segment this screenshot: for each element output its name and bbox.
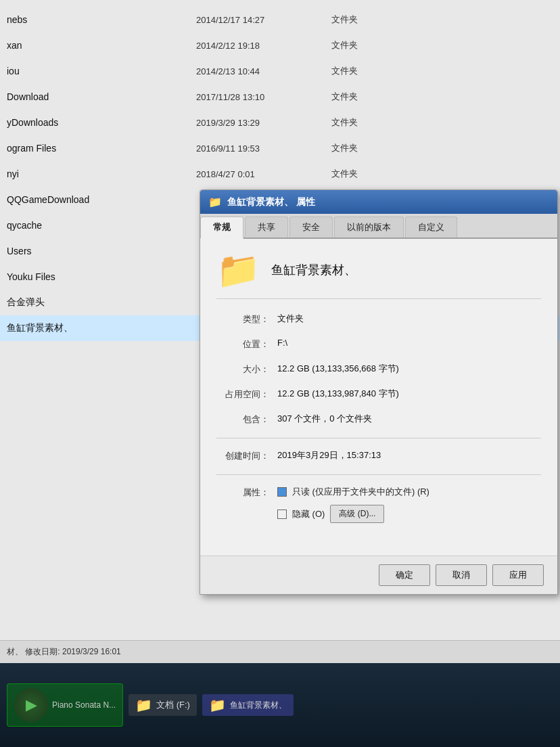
file-name: iou — [7, 66, 196, 76]
file-row[interactable]: Download 2017/11/28 13:10 文件夹 — [0, 84, 560, 110]
file-date: 2016/9/11 19:53 — [196, 143, 331, 154]
dialog-body: 📁 鱼缸背景素材、 类型： 文件夹 位置： F:\ 大小： 12.2 GB (1… — [200, 239, 557, 556]
fish-folder-icon: 📁 — [209, 697, 226, 713]
cancel-button[interactable]: 取消 — [436, 564, 487, 586]
hidden-label: 隐藏 (O) — [292, 508, 325, 520]
prop-attr-label: 属性： — [216, 486, 277, 499]
file-type: 文件夹 — [331, 116, 358, 129]
dialog-title: 鱼缸背景素材、 属性 — [227, 196, 315, 208]
file-name: QQGameDownload — [7, 194, 196, 205]
file-name: yDownloads — [7, 117, 196, 128]
prop-created-label: 创建时间： — [216, 449, 277, 462]
file-name: xan — [7, 40, 196, 51]
file-row[interactable]: yDownloads 2019/3/29 13:29 文件夹 — [0, 110, 560, 135]
properties-dialog: 📁 鱼缸背景素材、 属性 常规共享安全以前的版本自定义 📁 鱼缸背景素材、 类型… — [200, 189, 558, 595]
file-name: nebs — [7, 14, 196, 25]
file-date: 2014/2/12 19:18 — [196, 41, 331, 51]
media-label: Piano Sonata N... — [52, 700, 116, 710]
prop-location-row: 位置： F:\ — [216, 338, 541, 350]
prop-size-label: 大小： — [216, 363, 277, 376]
prop-created-value: 2019年3月29日，15:37:13 — [277, 449, 541, 461]
file-date: 2017/11/28 13:10 — [196, 92, 331, 102]
file-type: 文件夹 — [331, 168, 358, 180]
prop-contains-value: 307 个文件，0 个文件夹 — [277, 413, 541, 425]
dialog-titlebar: 📁 鱼缸背景素材、 属性 — [200, 190, 557, 214]
taskbar: ▶ Piano Sonata N... 📁 文档 (F:) 📁 鱼缸背景素材、 — [0, 663, 560, 747]
prop-attr-row: 属性： 只读 (仅应用于文件夹中的文件) (R) 隐藏 (O) 高级 (D)..… — [216, 486, 541, 530]
folder-label: 文档 (F:) — [156, 699, 190, 711]
apply-button[interactable]: 应用 — [492, 564, 544, 586]
folder-btn[interactable]: 📁 文档 (F:) — [129, 694, 197, 716]
dialog-tab-以前的版本[interactable]: 以前的版本 — [334, 217, 404, 237]
file-name: Users — [7, 246, 196, 256]
statusbar-text: 材、 修改日期: 2019/3/29 16:01 — [7, 646, 121, 658]
file-name: Youku Files — [7, 271, 196, 282]
dialog-title-icon: 📁 — [208, 196, 222, 208]
folder-title-text: 鱼缸背景素材、 — [271, 262, 356, 278]
separator2 — [216, 474, 541, 475]
attr-checkboxes: 只读 (仅应用于文件夹中的文件) (R) 隐藏 (O) 高级 (D)... — [277, 486, 429, 530]
file-date: 2019/3/29 13:29 — [196, 118, 331, 128]
file-row[interactable]: xan 2014/2/12 19:18 文件夹 — [0, 32, 560, 58]
dialog-tab-自定义[interactable]: 自定义 — [405, 217, 457, 237]
media-player-btn[interactable]: ▶ Piano Sonata N... — [7, 683, 123, 727]
file-type: 文件夹 — [331, 142, 358, 154]
ok-button[interactable]: 确定 — [379, 564, 430, 586]
readonly-checkbox[interactable] — [277, 487, 287, 497]
hidden-row: 隐藏 (O) 高级 (D)... — [277, 505, 429, 523]
file-row[interactable]: iou 2014/2/13 10:44 文件夹 — [0, 58, 560, 84]
dialog-footer: 确定 取消 应用 — [200, 556, 557, 594]
media-icon: ▶ — [14, 688, 48, 722]
file-row[interactable]: nyi 2018/4/27 0:01 文件夹 — [0, 161, 560, 187]
statusbar: 材、 修改日期: 2019/3/29 16:01 — [0, 640, 560, 663]
fish-label: 鱼缸背景素材、 — [230, 700, 287, 711]
dialog-tabs: 常规共享安全以前的版本自定义 — [200, 214, 557, 239]
dialog-folder-header: 📁 鱼缸背景素材、 — [216, 252, 541, 299]
prop-disksize-row: 占用空间： 12.2 GB (13,133,987,840 字节) — [216, 388, 541, 401]
file-row[interactable]: nebs 2014/12/17 14:27 文件夹 — [0, 7, 560, 32]
prop-created-row: 创建时间： 2019年3月29日，15:37:13 — [216, 449, 541, 462]
prop-location-value: F:\ — [277, 338, 541, 348]
dialog-tab-常规[interactable]: 常规 — [200, 217, 243, 239]
file-name: Download — [7, 91, 196, 102]
file-type: 文件夹 — [331, 91, 358, 103]
file-row[interactable]: ogram Files 2016/9/11 19:53 文件夹 — [0, 135, 560, 161]
prop-contains-row: 包含： 307 个文件，0 个文件夹 — [216, 413, 541, 426]
fish-folder-btn[interactable]: 📁 鱼缸背景素材、 — [202, 694, 294, 716]
file-name: nyi — [7, 168, 196, 179]
file-name: 鱼缸背景素材、 — [7, 322, 196, 334]
advanced-button[interactable]: 高级 (D)... — [330, 505, 384, 523]
file-date: 2014/2/13 10:44 — [196, 66, 331, 76]
prop-type-row: 类型： 文件夹 — [216, 313, 541, 325]
file-name: qycache — [7, 220, 196, 231]
readonly-row: 只读 (仅应用于文件夹中的文件) (R) — [277, 486, 429, 498]
prop-contains-label: 包含： — [216, 413, 277, 426]
prop-size-row: 大小： 12.2 GB (13,133,356,668 字节) — [216, 363, 541, 376]
file-type: 文件夹 — [331, 39, 358, 51]
prop-type-label: 类型： — [216, 313, 277, 325]
prop-type-value: 文件夹 — [277, 313, 541, 325]
file-date: 2014/12/17 14:27 — [196, 15, 331, 25]
prop-disksize-value: 12.2 GB (13,133,987,840 字节) — [277, 388, 541, 400]
prop-disksize-label: 占用空间： — [216, 388, 277, 401]
file-type: 文件夹 — [331, 65, 358, 77]
readonly-label: 只读 (仅应用于文件夹中的文件) (R) — [292, 486, 429, 498]
file-name: ogram Files — [7, 143, 196, 154]
file-date: 2018/4/27 0:01 — [196, 169, 331, 179]
file-type: 文件夹 — [331, 14, 358, 26]
big-folder-icon: 📁 — [216, 252, 260, 288]
dialog-tab-安全[interactable]: 安全 — [289, 217, 333, 237]
file-name: 合金弹头 — [7, 296, 196, 309]
prop-size-value: 12.2 GB (13,133,356,668 字节) — [277, 363, 541, 375]
hidden-checkbox[interactable] — [277, 510, 287, 519]
separator — [216, 438, 541, 438]
folder-icon: 📁 — [135, 697, 152, 713]
prop-location-label: 位置： — [216, 338, 277, 350]
dialog-tab-共享[interactable]: 共享 — [245, 217, 288, 237]
